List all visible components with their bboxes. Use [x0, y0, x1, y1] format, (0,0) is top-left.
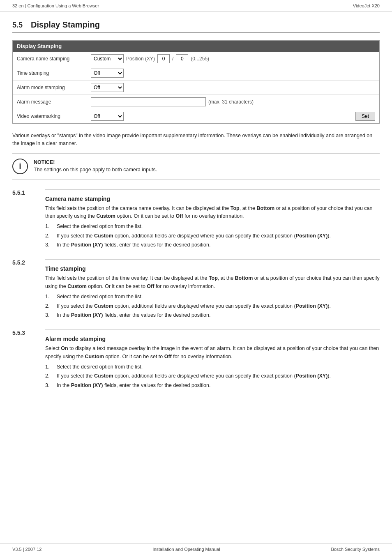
- alarm-message-label: Alarm message: [17, 99, 91, 105]
- section-number: 5.5: [12, 21, 23, 30]
- footer-center: Installation and Operating Manual: [152, 547, 220, 552]
- position-x-input[interactable]: [157, 54, 170, 63]
- subsection-5-5-1: 5.5.1 Camera name stamping This field se…: [12, 189, 380, 251]
- subsection-5-5-1-body: This field sets the position of the came…: [45, 205, 380, 221]
- stamping-table-header: Display Stamping: [13, 41, 379, 52]
- alarm-mode-select[interactable]: Off On Custom: [91, 83, 124, 92]
- page-header: 32 en | Configuration Using a Web Browse…: [0, 0, 392, 12]
- list-item: 3. In the Position (XY) fields, enter th…: [45, 311, 380, 319]
- range-label: (0...255): [191, 56, 209, 62]
- subsection-5-5-1-content: Camera name stamping This field sets the…: [45, 189, 380, 251]
- time-stamping-select[interactable]: Off Top Bottom Custom: [91, 69, 124, 78]
- slash-separator: /: [172, 56, 173, 62]
- section-heading: 5.5 Display Stamping: [12, 20, 380, 33]
- alarm-message-row: Alarm message (max. 31 characters): [13, 95, 379, 109]
- time-stamping-row: Time stamping Off Top Bottom Custom: [13, 66, 379, 81]
- subsection-5-5-3-list: 1. Select the desired option from the li…: [45, 363, 380, 389]
- video-watermarking-label: Video watermarking: [17, 113, 91, 119]
- subsection-5-5-1-title: Camera name stamping: [45, 196, 380, 202]
- subsection-5-5-2-body: This field sets the position of the time…: [45, 274, 380, 290]
- info-icon: i: [12, 159, 28, 174]
- list-item: 1. Select the desired option from the li…: [45, 293, 380, 301]
- camera-name-select[interactable]: Custom Top Bottom Off: [91, 54, 124, 63]
- list-item: 1. Select the desired option from the li…: [45, 363, 380, 371]
- list-item: 2. If you select the Custom option, addi…: [45, 232, 380, 240]
- time-stamping-label: Time stamping: [17, 70, 91, 76]
- page-footer: V3.5 | 2007.12 Installation and Operatin…: [0, 543, 392, 555]
- list-item: 1. Select the desired option from the li…: [45, 223, 380, 230]
- list-item: 3. In the Position (XY) fields, enter th…: [45, 241, 380, 249]
- page-wrapper: 32 en | Configuration Using a Web Browse…: [0, 0, 392, 555]
- section-title: Display Stamping: [31, 20, 100, 30]
- main-content: 5.5 Display Stamping Display Stamping Ca…: [0, 12, 392, 424]
- subsection-5-5-3-title: Alarm mode stamping: [45, 336, 380, 342]
- subsection-5-5-1-num-col: 5.5.1: [12, 189, 45, 251]
- notice-body: The settings on this page apply to both …: [34, 166, 157, 174]
- subsection-5-5-1-list: 1. Select the desired option from the li…: [45, 223, 380, 249]
- camera-name-label: Camera name stamping: [17, 56, 91, 62]
- subsection-5-5-2-content: Time stamping This field sets the positi…: [45, 259, 380, 320]
- list-item: 2. If you select the Custom option, addi…: [45, 372, 380, 380]
- stamping-table: Display Stamping Camera name stamping Cu…: [12, 40, 380, 124]
- subsection-5-5-2-number: 5.5.2: [12, 259, 25, 266]
- subsection-5-5-2: 5.5.2 Time stamping This field sets the …: [12, 259, 380, 320]
- subsection-5-5-2-list: 1. Select the desired option from the li…: [45, 293, 380, 319]
- subsection-5-5-2-num-col: 5.5.2: [12, 259, 45, 320]
- subsection-5-5-3-number: 5.5.3: [12, 329, 25, 336]
- subsection-5-5-3-content: Alarm mode stamping Select On to display…: [45, 329, 380, 391]
- camera-name-controls: Custom Top Bottom Off Position (XY) / (0…: [91, 54, 375, 63]
- notice-title: NOTICE!: [34, 159, 157, 166]
- notice-box: i NOTICE! The settings on this page appl…: [12, 153, 380, 180]
- list-item: 2. If you select the Custom option, addi…: [45, 302, 380, 310]
- video-watermarking-row: Video watermarking Off On Set: [13, 109, 379, 123]
- alarm-message-controls: (max. 31 characters): [91, 97, 375, 106]
- notice-text: NOTICE! The settings on this page apply …: [34, 159, 157, 174]
- alarm-mode-controls: Off On Custom: [91, 83, 375, 92]
- position-y-input[interactable]: [176, 54, 188, 63]
- alarm-mode-label: Alarm mode stamping: [17, 85, 91, 90]
- subsection-5-5-1-number: 5.5.1: [12, 189, 25, 196]
- subsection-5-5-3: 5.5.3 Alarm mode stamping Select On to d…: [12, 329, 380, 391]
- alarm-message-input[interactable]: [91, 97, 206, 106]
- subsection-5-5-3-num-col: 5.5.3: [12, 329, 45, 391]
- position-xy-label: Position (XY): [126, 56, 155, 62]
- subsection-5-5-2-title: Time stamping: [45, 265, 380, 272]
- header-right: VideoJet X20: [353, 3, 380, 8]
- header-left: 32 en | Configuration Using a Web Browse…: [12, 3, 99, 8]
- camera-name-stamping-row: Camera name stamping Custom Top Bottom O…: [13, 52, 379, 66]
- set-button[interactable]: Set: [355, 112, 375, 121]
- subsection-5-5-3-body: Select On to display a text message over…: [45, 345, 380, 361]
- footer-left: V3.5 | 2007.12: [12, 547, 42, 552]
- footer-right: Bosch Security Systems: [331, 547, 380, 552]
- alarm-mode-stamping-row: Alarm mode stamping Off On Custom: [13, 81, 379, 95]
- time-stamping-controls: Off Top Bottom Custom: [91, 69, 375, 78]
- list-item: 3. In the Position (XY) fields, enter th…: [45, 382, 380, 389]
- video-watermarking-controls: Off On Set: [91, 112, 375, 121]
- stamping-table-body: Camera name stamping Custom Top Bottom O…: [13, 52, 379, 123]
- description-text: Various overlays or "stamps" in the vide…: [12, 132, 380, 147]
- max-chars-label: (max. 31 characters): [208, 99, 254, 105]
- video-watermarking-select[interactable]: Off On: [91, 112, 124, 121]
